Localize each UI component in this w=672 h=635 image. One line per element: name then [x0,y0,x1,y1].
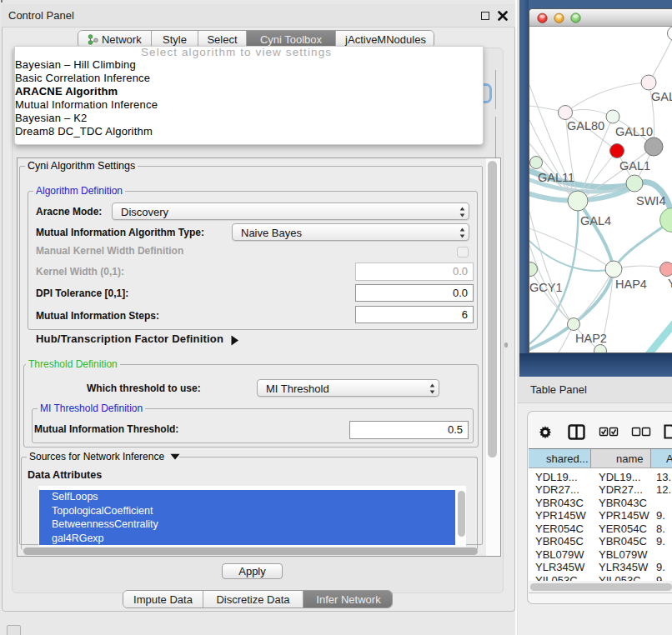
svg-text:SWI4: SWI4 [636,194,665,208]
svg-text:GAL80: GAL80 [567,119,604,132]
svg-text:GAL11: GAL11 [538,171,574,184]
svg-text:HAP2: HAP2 [575,332,607,345]
svg-text:Y: Y [668,277,672,290]
svg-text:GAL4: GAL4 [580,214,611,228]
svg-text:GCY1: GCY1 [529,281,563,294]
svg-text:GAL10: GAL10 [615,125,653,138]
svg-text:HAP4: HAP4 [615,278,647,291]
svg-text:GAL1: GAL1 [619,159,650,172]
svg-text:GAL7: GAL7 [651,90,672,103]
